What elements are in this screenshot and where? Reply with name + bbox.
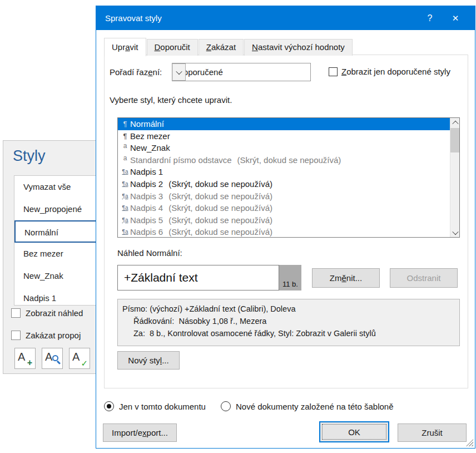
help-button[interactable]: ? [417, 6, 443, 30]
show-recommended-only-option[interactable]: Zobrazit jen doporučené styly [329, 67, 450, 76]
letter-check-icon: A [72, 351, 80, 363]
dialog-titlebar[interactable]: Spravovat styly ? ✕ [96, 6, 475, 30]
linked-style-icon: ¶a [120, 190, 130, 203]
radio-unselected-icon[interactable] [221, 401, 231, 411]
style-row-nadpis-3[interactable]: ¶aNadpis 3(Skrýt, dokud se nepoužívá) [118, 190, 450, 203]
tab-doporucit[interactable]: Doporučit [147, 39, 198, 56]
scope-this-document-option[interactable]: Jen v tomto dokumentu [104, 401, 206, 411]
description-line-1: Písmo: (výchozí) +Základní text (Calibri… [122, 303, 455, 315]
manage-styles-dialog: Spravovat styly ? ✕ Upravit Doporučit Za… [96, 6, 475, 449]
plus-icon: + [27, 358, 32, 368]
linked-style-icon: ¶a [120, 178, 130, 190]
show-recommended-only-label: Zobrazit jen doporučené styly [341, 67, 450, 76]
list-scrollbar[interactable] [450, 118, 459, 237]
style-row-normalni[interactable]: ¶Normální [118, 118, 450, 130]
manage-styles-button[interactable]: A ✓ [69, 348, 90, 369]
disable-linked-option[interactable]: Zakázat propoj [11, 331, 81, 340]
style-row-standardni-pismo[interactable]: aStandardní písmo odstavce(Skrýt, dokud … [118, 154, 450, 166]
show-preview-checkbox[interactable] [11, 308, 21, 318]
preview-label: Náhled Normální: [117, 248, 182, 258]
scroll-up-button[interactable] [450, 118, 460, 127]
styles-pane-title: Styly [13, 147, 46, 165]
new-style-button[interactable]: Nový styl... [117, 351, 180, 370]
select-style-label: Vyberte styl, který chcete upravit. [110, 95, 232, 105]
paragraph-style-icon: ¶ [120, 118, 130, 130]
preview-sample-text: +Základní text [118, 271, 198, 284]
description-line-2: Řádkování: Násobky 1,08 ř., Mezera [122, 315, 455, 327]
character-style-icon: a [120, 142, 130, 150]
style-row-nadpis-4[interactable]: ¶aNadpis 4(Skrýt, dokud se nepoužívá) [118, 202, 450, 214]
show-preview-option[interactable]: Zobrazit náhled [11, 308, 83, 318]
linked-style-icon: ¶a [120, 226, 130, 238]
resize-grip[interactable] [466, 439, 473, 446]
style-description: Písmo: (výchozí) +Základní text (Calibri… [117, 299, 460, 346]
cancel-button[interactable]: Zrušit [398, 424, 467, 442]
scope-this-document-label: Jen v tomto dokumentu [119, 402, 206, 411]
screen: Styly Vymazat vše New_propojené Normální… [0, 0, 476, 453]
chevron-down-icon [176, 68, 182, 74]
sort-order-label: Pořadí řazení: [110, 67, 162, 77]
radio-selected-icon[interactable] [104, 401, 114, 411]
disable-linked-checkbox[interactable] [11, 331, 21, 340]
chevron-down-icon [452, 228, 458, 234]
style-row-nadpis-6[interactable]: ¶aNadpis 6(Skrýt, dokud se nepoužívá) [118, 226, 450, 238]
show-preview-label: Zobrazit náhled [26, 308, 83, 318]
magnifier-icon [52, 355, 58, 361]
style-inspector-button[interactable]: A [42, 348, 63, 369]
disable-linked-label: Zakázat propoj [26, 331, 81, 340]
style-row-nadpis-1[interactable]: ¶aNadpis 1 [118, 166, 450, 178]
linked-style-icon: ¶a [120, 214, 130, 226]
sort-order-value: Doporučené [172, 67, 310, 77]
show-recommended-only-checkbox[interactable] [329, 67, 338, 76]
scrollbar-thumb[interactable] [450, 128, 460, 152]
scope-new-documents-option[interactable]: Nové dokumenty založené na této šabloně [221, 401, 394, 411]
dropdown-button[interactable] [172, 63, 186, 81]
modify-button[interactable]: Změnit... [312, 268, 380, 288]
linked-style-icon: ¶a [120, 202, 130, 214]
tabstrip: Upravit Doporučit Zakázat Nastavit výcho… [104, 38, 353, 56]
tab-nastavit-vychozi[interactable]: Nastavit výchozí hodnoty [244, 39, 353, 56]
description-line-3: Za: 8 b., Kontrolovat osamocené řádky, S… [122, 327, 455, 339]
delete-button[interactable]: Odstranit [390, 268, 458, 288]
style-row-nadpis-2[interactable]: ¶aNadpis 2(Skrýt, dokud se nepoužívá) [118, 178, 450, 190]
dialog-title: Spravovat styly [105, 13, 417, 23]
scope-new-documents-label: Nové dokumenty založené na této šabloně [236, 402, 394, 411]
styles-pane-toolbar: A + A A ✓ [14, 348, 90, 369]
style-preview: +Základní text [117, 265, 279, 290]
linked-style-icon: ¶a [120, 166, 130, 178]
sort-order-dropdown[interactable]: Doporučené [172, 63, 311, 81]
check-icon: ✓ [81, 358, 88, 368]
import-export-button[interactable]: Import/export... [103, 424, 177, 442]
letter-plus-icon: A [18, 351, 25, 363]
tab-upravit[interactable]: Upravit [104, 38, 146, 56]
close-button[interactable]: ✕ [443, 6, 468, 30]
paragraph-style-icon: ¶ [120, 130, 130, 142]
ok-button[interactable]: OK [319, 421, 389, 442]
style-row-bez-mezer[interactable]: ¶Bez mezer [118, 130, 450, 142]
tab-zakazat[interactable]: Zakázat [199, 39, 244, 56]
style-row-new-znak[interactable]: aNew_Znak [118, 142, 450, 154]
letter-magnifier-icon: A [45, 351, 52, 363]
font-size-badge: 11 b. [279, 265, 301, 290]
style-row-nadpis-5[interactable]: ¶aNadpis 5(Skrýt, dokud se nepoužívá) [118, 214, 450, 226]
scroll-down-button[interactable] [450, 228, 460, 237]
chevron-up-icon [452, 120, 458, 126]
character-style-icon: a [120, 154, 130, 162]
new-style-pane-button[interactable]: A + [14, 348, 36, 369]
style-list: ¶Normální ¶Bez mezer aNew_Znak aStandard… [117, 117, 460, 238]
